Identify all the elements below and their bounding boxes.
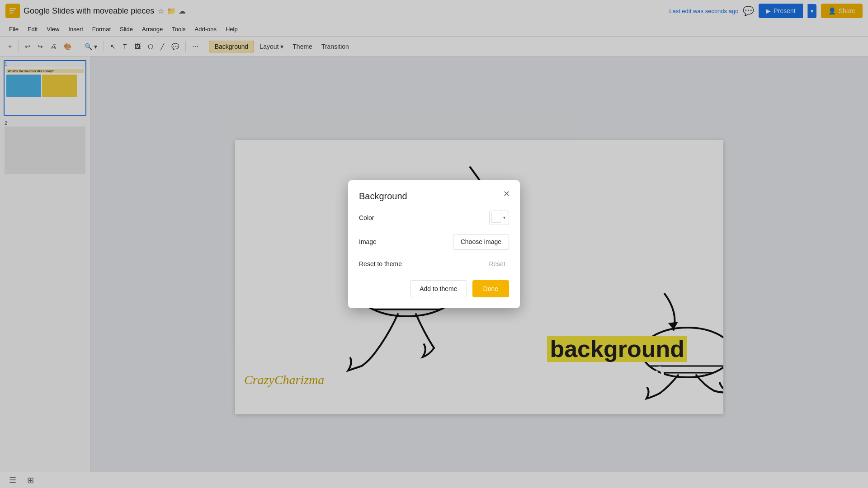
- reset-row: Reset to theme Reset: [359, 258, 509, 269]
- reset-button[interactable]: Reset: [485, 258, 509, 269]
- chevron-down-icon: ▾: [503, 215, 505, 220]
- dialog-overlay: Background ✕ Color ▾ Image Choose image …: [0, 0, 868, 488]
- image-row: Image Choose image: [359, 234, 509, 249]
- reset-label: Reset to theme: [359, 260, 418, 267]
- dialog-close-button[interactable]: ✕: [500, 188, 513, 200]
- reset-control: Reset: [418, 258, 509, 269]
- image-control: Choose image: [418, 234, 509, 249]
- color-row: Color ▾: [359, 211, 509, 225]
- done-button[interactable]: Done: [472, 280, 509, 297]
- color-control: ▾: [418, 211, 509, 225]
- color-swatch: [491, 213, 501, 223]
- dialog-footer: Add to theme Done: [359, 280, 509, 297]
- image-label: Image: [359, 238, 418, 245]
- add-to-theme-button[interactable]: Add to theme: [410, 280, 467, 297]
- dialog-title: Background: [359, 191, 509, 202]
- background-dialog: Background ✕ Color ▾ Image Choose image …: [348, 180, 520, 308]
- choose-image-button[interactable]: Choose image: [453, 234, 509, 249]
- color-label: Color: [359, 214, 418, 221]
- color-picker-button[interactable]: ▾: [489, 211, 509, 225]
